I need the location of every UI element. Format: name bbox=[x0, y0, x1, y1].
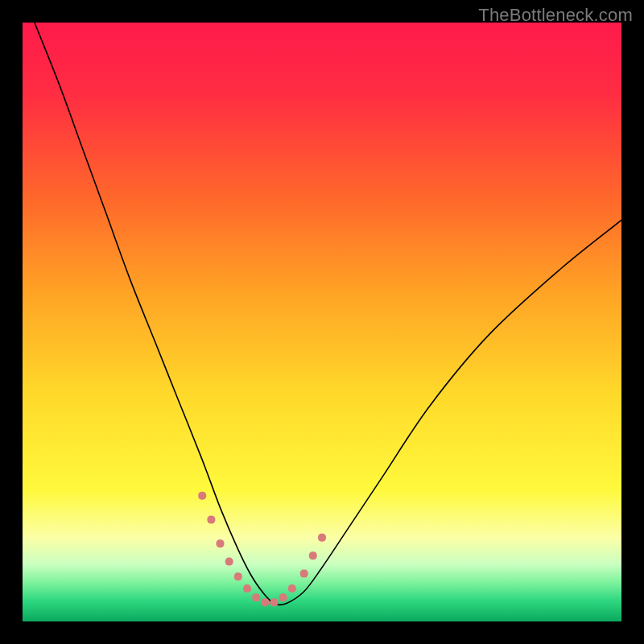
marker-point bbox=[234, 572, 242, 580]
marker-point bbox=[217, 539, 225, 547]
marker-point bbox=[225, 558, 233, 566]
chart-frame: TheBottleneck.com bbox=[0, 0, 644, 644]
marker-point bbox=[318, 534, 326, 542]
bottleneck-chart bbox=[23, 23, 621, 621]
chart-background bbox=[23, 23, 621, 621]
marker-point bbox=[288, 584, 296, 592]
plot-area bbox=[23, 23, 621, 621]
marker-point bbox=[252, 593, 260, 601]
marker-point bbox=[207, 516, 215, 524]
marker-point bbox=[261, 598, 269, 606]
marker-point bbox=[243, 584, 251, 592]
marker-point bbox=[309, 551, 317, 559]
marker-point bbox=[300, 570, 308, 578]
marker-point bbox=[279, 593, 287, 601]
marker-point bbox=[198, 492, 206, 500]
marker-point bbox=[270, 598, 279, 606]
